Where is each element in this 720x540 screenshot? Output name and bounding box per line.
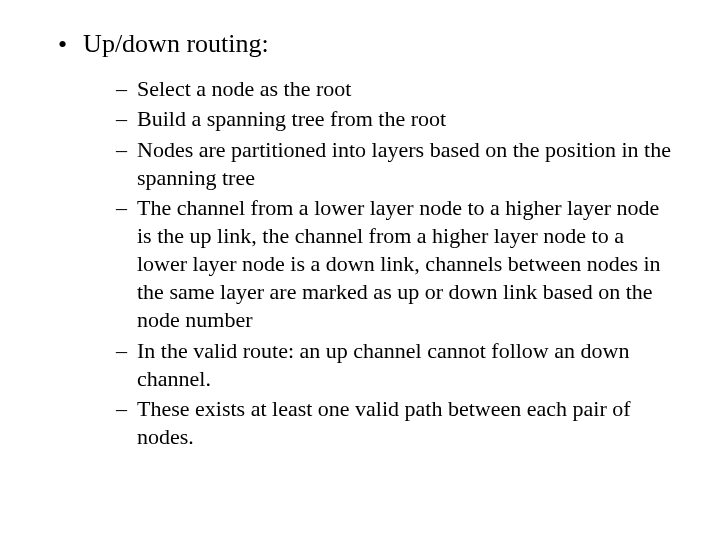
dash-icon: – — [116, 136, 127, 164]
sub-bullet-text: Nodes are partitioned into layers based … — [137, 136, 677, 192]
sub-bullet-item: – Build a spanning tree from the root — [116, 105, 680, 133]
slide-content: • Up/down routing: – Select a node as th… — [40, 28, 680, 451]
sub-bullet-list: – Select a node as the root – Build a sp… — [116, 75, 680, 451]
dash-icon: – — [116, 105, 127, 133]
sub-bullet-item: – In the valid route: an up channel cann… — [116, 337, 680, 393]
sub-bullet-text: Build a spanning tree from the root — [137, 105, 446, 133]
dash-icon: – — [116, 75, 127, 103]
sub-bullet-text: Select a node as the root — [137, 75, 351, 103]
dash-icon: – — [116, 337, 127, 365]
main-bullet: • Up/down routing: — [58, 28, 680, 59]
sub-bullet-text: In the valid route: an up channel cannot… — [137, 337, 677, 393]
sub-bullet-item: – These exists at least one valid path b… — [116, 395, 680, 451]
sub-bullet-item: – The channel from a lower layer node to… — [116, 194, 680, 335]
dash-icon: – — [116, 194, 127, 222]
dash-icon: – — [116, 395, 127, 423]
sub-bullet-text: These exists at least one valid path bet… — [137, 395, 677, 451]
sub-bullet-text: The channel from a lower layer node to a… — [137, 194, 677, 335]
bullet-dot-icon: • — [58, 29, 67, 60]
sub-bullet-item: – Nodes are partitioned into layers base… — [116, 136, 680, 192]
sub-bullet-item: – Select a node as the root — [116, 75, 680, 103]
main-bullet-text: Up/down routing: — [83, 28, 269, 59]
